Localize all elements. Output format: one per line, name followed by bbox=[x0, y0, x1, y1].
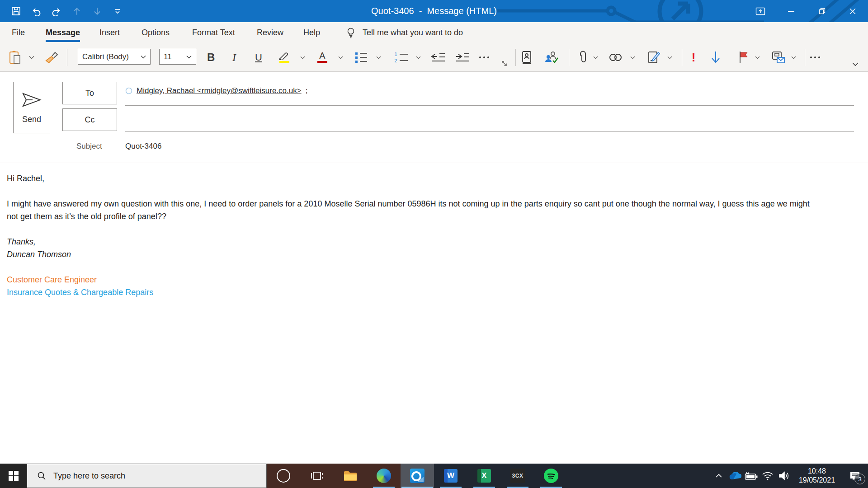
to-button[interactable]: To bbox=[62, 82, 117, 104]
customize-qat-icon[interactable] bbox=[113, 6, 123, 16]
font-size-select[interactable]: 11 bbox=[159, 49, 196, 65]
highlight-dropdown-chevron-icon[interactable] bbox=[300, 50, 305, 65]
tab-message[interactable]: Message bbox=[46, 22, 80, 43]
taskbar-spotify-button[interactable] bbox=[534, 464, 568, 488]
taskbar-search[interactable] bbox=[27, 464, 267, 488]
attach-file-icon[interactable] bbox=[578, 50, 588, 65]
cc-button[interactable]: Cc bbox=[62, 108, 117, 131]
to-field[interactable]: Midgley, Rachael <rmidgley@swiftleisure.… bbox=[125, 86, 307, 95]
increase-indent-icon[interactable] bbox=[455, 50, 470, 65]
taskbar-cortana-button[interactable] bbox=[267, 464, 300, 488]
flag-dropdown-chevron-icon[interactable] bbox=[755, 50, 760, 65]
excel-icon: X bbox=[477, 469, 491, 483]
taskbar-word-button[interactable]: W bbox=[434, 464, 467, 488]
link-icon[interactable] bbox=[609, 50, 623, 65]
message-editor[interactable]: Hi Rachel, I might have answered my own … bbox=[7, 172, 823, 299]
file-explorer-icon bbox=[343, 469, 358, 482]
font-name-select[interactable]: Calibri (Body) bbox=[78, 49, 151, 65]
volume-icon[interactable] bbox=[776, 464, 792, 488]
high-importance-icon[interactable]: ! bbox=[688, 50, 699, 65]
hidden-icons-chevron-icon[interactable] bbox=[711, 464, 727, 488]
italic-button[interactable]: I bbox=[232, 50, 236, 65]
format-painter-icon[interactable] bbox=[44, 50, 59, 65]
templates-icon[interactable] bbox=[771, 50, 786, 65]
move-up-icon[interactable] bbox=[72, 6, 82, 16]
start-button[interactable] bbox=[0, 464, 27, 488]
ribbon-tab-row: File Message Insert Options Format Text … bbox=[0, 22, 868, 43]
templates-dropdown-chevron-icon[interactable] bbox=[791, 50, 796, 65]
follow-up-flag-icon[interactable] bbox=[738, 50, 749, 65]
onedrive-cloud-icon[interactable] bbox=[727, 464, 743, 488]
decrease-indent-icon[interactable] bbox=[430, 50, 446, 65]
signature-dropdown-chevron-icon[interactable] bbox=[667, 50, 672, 65]
taskbar-file-explorer-button[interactable] bbox=[334, 464, 367, 488]
taskbar-outlook-button[interactable] bbox=[401, 464, 434, 488]
tab-format-text[interactable]: Format Text bbox=[192, 22, 235, 43]
font-color-dropdown-chevron-icon[interactable] bbox=[338, 50, 343, 65]
bullets-icon[interactable] bbox=[355, 50, 367, 65]
undo-icon[interactable] bbox=[31, 6, 41, 16]
numbering-dropdown-chevron-icon[interactable] bbox=[416, 50, 421, 65]
outlook-icon bbox=[410, 469, 425, 483]
paragraph-overflow-icon[interactable] bbox=[479, 50, 489, 65]
move-down-icon[interactable] bbox=[92, 6, 102, 16]
attach-dropdown-chevron-icon[interactable] bbox=[593, 50, 598, 65]
link-dropdown-chevron-icon[interactable] bbox=[630, 50, 635, 65]
compose-area: Send To Cc Midgley, Rachael <rmidgley@sw… bbox=[0, 72, 868, 464]
ribbon-overflow-icon[interactable] bbox=[810, 50, 820, 65]
chevron-down-icon bbox=[186, 55, 192, 59]
paste-icon[interactable] bbox=[8, 50, 22, 65]
underline-button[interactable]: U bbox=[255, 50, 262, 65]
toolbar-divider bbox=[805, 49, 805, 66]
numbering-icon[interactable]: 1 2 bbox=[394, 50, 408, 65]
cc-field[interactable] bbox=[125, 113, 854, 131]
tab-file[interactable]: File bbox=[12, 22, 25, 43]
recipient-chip[interactable]: Midgley, Rachael <rmidgley@swiftleisure.… bbox=[137, 86, 302, 95]
bold-button[interactable]: B bbox=[207, 50, 215, 65]
check-names-icon[interactable] bbox=[544, 50, 559, 65]
low-importance-icon[interactable] bbox=[711, 50, 721, 65]
taskbar-task-view-button[interactable] bbox=[300, 464, 334, 488]
minimize-icon[interactable] bbox=[776, 0, 807, 22]
spotify-icon bbox=[544, 469, 558, 483]
taskbar-edge-button[interactable] bbox=[367, 464, 401, 488]
paste-dropdown-chevron-icon[interactable] bbox=[29, 50, 34, 65]
window-title: Quot-3406 - Message (HTML) bbox=[0, 0, 868, 22]
send-label: Send bbox=[22, 115, 41, 124]
battery-icon[interactable] bbox=[743, 464, 760, 488]
tell-me-label: Tell me what you want to do bbox=[363, 28, 463, 38]
taskbar-3cx-button[interactable]: 3CX bbox=[501, 464, 534, 488]
outlook-message-window: Quot-3406 - Message (HTML) bbox=[0, 0, 868, 488]
font-color-icon[interactable]: A bbox=[317, 50, 327, 65]
collapse-ribbon-icon[interactable] bbox=[852, 60, 859, 69]
redo-icon[interactable] bbox=[52, 6, 61, 16]
signature-icon[interactable] bbox=[647, 50, 660, 65]
subject-field[interactable]: Quot-3406 bbox=[125, 142, 161, 151]
search-input[interactable] bbox=[52, 471, 244, 481]
task-view-icon bbox=[310, 469, 324, 483]
dialog-launcher-icon[interactable] bbox=[501, 60, 508, 68]
tab-review[interactable]: Review bbox=[257, 22, 283, 43]
bullets-dropdown-chevron-icon[interactable] bbox=[376, 50, 381, 65]
send-button[interactable]: Send bbox=[13, 82, 50, 133]
address-book-icon[interactable] bbox=[521, 50, 533, 65]
word-icon: W bbox=[444, 469, 458, 483]
system-tray: 10:48 19/05/2021 3 bbox=[711, 464, 868, 488]
windows-logo-icon bbox=[9, 471, 19, 481]
highlight-icon[interactable] bbox=[278, 50, 290, 65]
tab-help[interactable]: Help bbox=[303, 22, 320, 43]
wifi-icon[interactable] bbox=[760, 464, 776, 488]
tell-me-box[interactable]: Tell me what you want to do bbox=[346, 22, 463, 43]
sender-name: Duncan Thomson bbox=[7, 248, 823, 261]
close-icon[interactable] bbox=[837, 0, 868, 22]
search-icon bbox=[37, 471, 46, 480]
restore-icon[interactable] bbox=[807, 0, 837, 22]
ribbon-display-options-icon[interactable] bbox=[745, 0, 776, 22]
tab-options[interactable]: Options bbox=[142, 22, 170, 43]
tab-insert[interactable]: Insert bbox=[99, 22, 120, 43]
taskbar-clock[interactable]: 10:48 19/05/2021 bbox=[792, 467, 842, 485]
save-icon[interactable] bbox=[11, 6, 21, 16]
send-plane-icon bbox=[22, 91, 42, 108]
taskbar-excel-button[interactable]: X bbox=[467, 464, 501, 488]
action-center-button[interactable]: 3 bbox=[842, 464, 868, 488]
